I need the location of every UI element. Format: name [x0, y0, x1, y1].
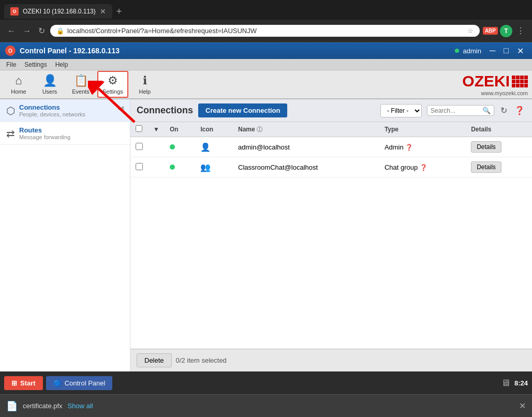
reload-button[interactable]: ↻: [36, 24, 47, 38]
admin-label-area: admin: [455, 47, 481, 55]
app-title: Control Panel - 192.168.0.113: [20, 47, 455, 55]
bottom-bar: Delete 0/2 item selected: [130, 349, 532, 371]
delete-button[interactable]: Delete: [137, 353, 172, 367]
menu-settings[interactable]: Settings: [20, 60, 51, 69]
select-all-checkbox[interactable]: [136, 125, 142, 132]
sidebar: ⬡ Connections People, devices, networks …: [0, 99, 130, 371]
connections-title: Connections: [19, 103, 117, 111]
toolbar: ⌂ Home 👤 Users 📋 Events ⚙ Settings ℹ: [0, 70, 532, 99]
events-button[interactable]: 📋 Events: [66, 71, 95, 97]
row1-type-help-icon: ❓: [405, 144, 413, 151]
row1-type-cell: Admin ❓: [379, 137, 466, 157]
col-arrow[interactable]: ▼: [148, 122, 165, 137]
lock-icon: 🔒: [56, 27, 64, 35]
col-type-header: Type: [379, 122, 466, 137]
menu-help[interactable]: Help: [51, 60, 72, 69]
row1-checkbox-cell: [130, 137, 148, 157]
row2-arrow-cell: [148, 157, 165, 177]
new-tab-button[interactable]: +: [116, 6, 122, 17]
row1-icon-cell: 👤: [195, 137, 233, 157]
home-label: Home: [11, 88, 26, 95]
content-title: Connections: [137, 105, 193, 116]
logo-sub: www.myozeki.com: [462, 90, 528, 96]
row2-type-help-icon: ❓: [420, 164, 427, 171]
row1-checkbox[interactable]: [136, 143, 143, 150]
address-bar[interactable]: 🔒 localhost/Control+Panel/?a=Home&refres…: [50, 25, 480, 37]
close-button[interactable]: ✕: [514, 45, 527, 57]
table-row: 👤 admin@localhost Admin ❓ Details: [130, 137, 532, 157]
home-icon: ⌂: [15, 74, 22, 87]
create-connection-button[interactable]: Create new Connection: [198, 103, 287, 117]
row1-arrow-cell: [148, 137, 165, 157]
search-icon: 🔍: [482, 107, 491, 114]
forward-button[interactable]: →: [21, 24, 33, 38]
refresh-button[interactable]: ↻: [499, 105, 508, 116]
maximize-button[interactable]: □: [500, 45, 512, 57]
app-icon: O: [5, 46, 16, 56]
col-name-info-icon: ⓘ: [257, 126, 262, 132]
browser-tab[interactable]: O OZEKI 10 (192.168.0.113) ✕: [4, 4, 112, 19]
row1-details-button[interactable]: Details: [471, 141, 501, 153]
help-circle-button[interactable]: ❓: [513, 105, 526, 116]
users-button[interactable]: 👤 Users: [35, 71, 64, 97]
col-details-header: Details: [466, 122, 532, 137]
back-button[interactable]: ←: [5, 24, 18, 38]
selected-info: 0/2 item selected: [176, 356, 227, 364]
help-label: Help: [139, 88, 151, 95]
download-filename: certificate.pfx: [23, 402, 63, 410]
users-icon: 👤: [43, 74, 57, 87]
download-close-button[interactable]: ✕: [519, 401, 526, 411]
row2-status-dot: [170, 165, 175, 170]
show-all-button[interactable]: Show all: [68, 402, 93, 410]
tab-close-btn[interactable]: ✕: [100, 7, 106, 16]
connections-subtitle: People, devices, networks: [19, 111, 117, 117]
minimize-button[interactable]: ─: [486, 45, 498, 57]
row1-name-cell: admin@localhost: [233, 137, 379, 157]
sidebar-item-connections[interactable]: ⬡ Connections People, devices, networks …: [0, 99, 130, 122]
search-box[interactable]: 🔍: [427, 105, 494, 116]
routes-icon: ⇄: [6, 127, 15, 140]
table-row: 👥 ClassroomChat@localhost Chat group ❓ D…: [130, 157, 532, 177]
help-icon: ℹ: [143, 74, 147, 87]
menu-bar: File Settings Help: [0, 59, 532, 70]
control-panel-taskbar-button[interactable]: 🔵 Control Panel: [46, 376, 113, 390]
cp-icon: 🔵: [53, 379, 62, 387]
row2-checkbox[interactable]: [136, 163, 143, 170]
start-label: Start: [20, 379, 36, 387]
help-button[interactable]: ℹ Help: [130, 71, 159, 97]
download-bar: 📄 certificate.pfx Show all ✕: [0, 394, 532, 417]
connections-table-container: ▼ On Icon Name ⓘ Type Details: [130, 122, 532, 349]
menu-dots-button[interactable]: ⋮: [514, 24, 527, 38]
filter-select[interactable]: - Filter -: [380, 104, 422, 117]
row2-details-button[interactable]: Details: [471, 161, 501, 173]
row2-type-cell: Chat group ❓: [379, 157, 466, 177]
menu-file[interactable]: File: [2, 60, 20, 69]
home-button[interactable]: ⌂ Home: [4, 71, 33, 97]
connections-table: ▼ On Icon Name ⓘ Type Details: [130, 122, 532, 177]
status-indicator: [455, 49, 459, 53]
start-button[interactable]: ⊞ Start: [4, 376, 43, 390]
star-icon[interactable]: ☆: [467, 27, 474, 35]
events-icon: 📋: [74, 74, 88, 87]
col-checkbox: [130, 122, 148, 137]
row2-checkbox-cell: [130, 157, 148, 177]
tab-favicon: O: [10, 7, 19, 16]
taskbar-time: 8:24: [514, 379, 528, 387]
search-input[interactable]: [431, 107, 482, 114]
profile-circle[interactable]: T: [500, 25, 512, 37]
routes-subtitle: Message forwarding: [19, 134, 124, 140]
cp-label: Control Panel: [65, 379, 106, 387]
row2-status-cell: [165, 157, 196, 177]
row1-status-dot: [170, 144, 175, 150]
settings-icon: ⚙: [108, 74, 118, 87]
row2-name-cell: ClassroomChat@localhost: [233, 157, 379, 177]
sidebar-item-routes[interactable]: ⇄ Routes Message forwarding: [0, 122, 130, 145]
row1-user-icon: 👤: [200, 142, 211, 152]
col-name-header: Name ⓘ: [233, 122, 379, 137]
routes-title: Routes: [19, 126, 124, 134]
admin-label: admin: [463, 47, 481, 55]
settings-button[interactable]: ⚙ Settings: [97, 71, 128, 98]
col-icon-header: Icon: [195, 122, 233, 137]
tab-title: OZEKI 10 (192.168.0.113): [23, 8, 96, 15]
abp-badge: ABP: [483, 27, 498, 35]
